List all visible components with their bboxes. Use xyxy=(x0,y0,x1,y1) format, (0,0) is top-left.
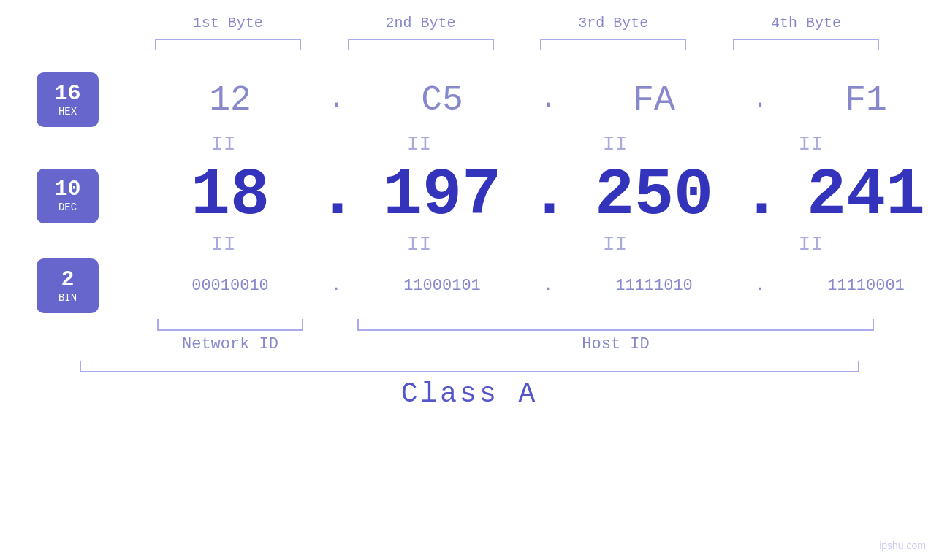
hex-row: 16 HEX 12 . C5 . FA . F1 xyxy=(37,72,902,127)
host-bracket: Host ID xyxy=(329,319,902,353)
dec-val-4: 241 xyxy=(767,158,939,233)
bin-val-1: 00010010 xyxy=(132,277,329,295)
hex-base-text: HEX xyxy=(58,106,77,118)
bin-val-2: 11000101 xyxy=(343,277,541,295)
byte-labels-row: 1st Byte 2nd Byte 3rd Byte 4th Byte xyxy=(37,15,902,31)
class-bracket xyxy=(80,361,859,372)
hex-values: 12 . C5 . FA . F1 xyxy=(132,80,939,120)
hex-val-4: F1 xyxy=(767,80,939,120)
byte-label-1: 1st Byte xyxy=(132,15,324,31)
bin-val-4: 11110001 xyxy=(767,277,939,295)
byte-label-4: 4th Byte xyxy=(710,15,902,31)
top-bracket-1 xyxy=(132,39,324,50)
eq-3: II xyxy=(523,133,707,156)
hex-badge: 16 HEX xyxy=(37,72,99,127)
eq-2: II xyxy=(327,133,511,156)
byte-label-2: 2nd Byte xyxy=(324,15,517,31)
bin-badge: 2 BIN xyxy=(37,258,99,313)
eq2-3: II xyxy=(523,233,707,256)
top-bracket-3 xyxy=(517,39,710,50)
network-bracket: Network ID xyxy=(132,319,329,353)
network-id-label: Network ID xyxy=(182,335,278,353)
eq-1: II xyxy=(132,133,315,156)
bin-base-number: 2 xyxy=(61,269,74,291)
dec-values: 18 . 197 . 250 . 241 xyxy=(132,158,939,233)
bin-row: 2 BIN 00010010 . 11000101 . 11111010 . 1… xyxy=(37,258,902,313)
dec-base-number: 10 xyxy=(54,178,80,200)
dec-val-1: 18 xyxy=(132,158,329,233)
dec-val-3: 250 xyxy=(555,158,753,233)
equals-row-2: II II II II xyxy=(37,233,902,256)
class-section: Class A xyxy=(37,361,902,410)
top-bracket-2 xyxy=(324,39,517,50)
dec-row: 10 DEC 18 . 197 . 250 . 241 xyxy=(37,158,902,233)
bin-base-text: BIN xyxy=(58,292,77,304)
hex-base-number: 16 xyxy=(54,83,80,104)
eq2-4: II xyxy=(719,233,902,256)
hex-val-2: C5 xyxy=(343,80,541,120)
hex-val-1: 12 xyxy=(132,80,329,120)
bottom-section: Network ID Host ID xyxy=(37,319,902,353)
eq2-1: II xyxy=(132,233,315,256)
dec-val-2: 197 xyxy=(343,158,541,233)
top-brackets-row xyxy=(37,39,902,50)
eq2-2: II xyxy=(327,233,511,256)
bin-val-3: 11111010 xyxy=(555,277,753,295)
bottom-brackets-row: Network ID Host ID xyxy=(132,319,902,353)
dec-badge: 10 DEC xyxy=(37,169,99,223)
watermark: ipshu.com xyxy=(879,540,926,551)
bin-values: 00010010 . 11000101 . 11111010 . 1111000… xyxy=(132,277,939,295)
class-label: Class A xyxy=(401,378,539,410)
top-bracket-4 xyxy=(710,39,902,50)
main-container: 1st Byte 2nd Byte 3rd Byte 4th Byte 16 H… xyxy=(0,0,939,560)
eq-4: II xyxy=(719,133,902,156)
hex-val-3: FA xyxy=(555,80,753,120)
host-id-label: Host ID xyxy=(582,335,649,353)
equals-row-1: II II II II xyxy=(37,133,902,156)
byte-label-3: 3rd Byte xyxy=(517,15,710,31)
dec-base-text: DEC xyxy=(58,202,77,213)
